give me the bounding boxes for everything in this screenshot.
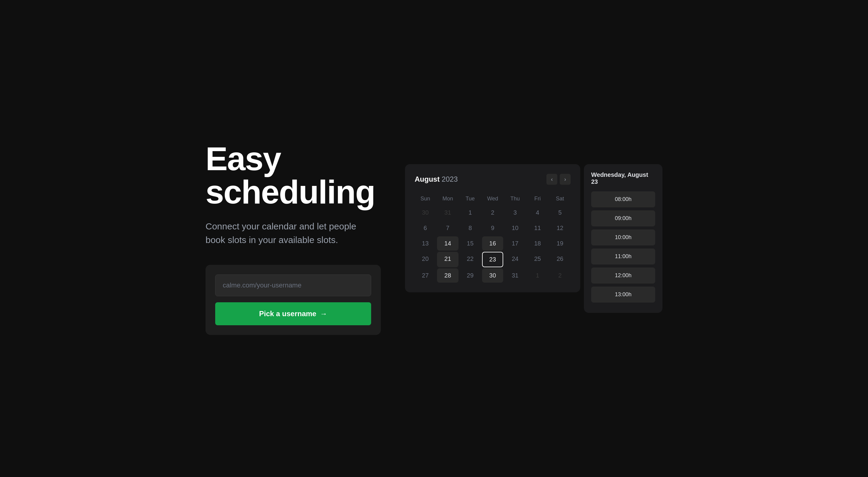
day-cell-30[interactable]: 30 [482, 268, 503, 282]
day-cell: 15 [460, 236, 481, 250]
day-cell-23-selected[interactable]: 23 [482, 252, 503, 267]
time-slot-1[interactable]: 09:00h [591, 210, 655, 227]
day-header-sun: Sun [415, 193, 436, 204]
prev-month-button[interactable]: ‹ [547, 174, 557, 185]
left-section: Easy scheduling Connect your calendar an… [206, 142, 381, 335]
subtitle: Connect your calendar and let people boo… [206, 219, 363, 247]
headline-line1: Easy [206, 140, 281, 177]
pick-username-button[interactable]: Pick a username → [215, 302, 371, 325]
day-cell: 19 [550, 236, 570, 250]
day-cell: 1 [527, 268, 548, 282]
time-panel-weekday: Wednesday, [591, 171, 626, 178]
day-cell: 20 [415, 252, 436, 267]
day-cell: 22 [460, 252, 481, 267]
day-cell: 24 [504, 252, 526, 267]
day-cell: 8 [460, 221, 481, 235]
day-cell: 10 [504, 221, 526, 235]
day-cell: 4 [527, 206, 548, 220]
calendar-grid: Sun Mon Tue Wed Thu Fri Sat 30 31 1 2 3 … [415, 193, 570, 282]
day-cell-21[interactable]: 21 [437, 252, 458, 267]
headline-line2: scheduling [206, 173, 375, 210]
day-cell: 26 [550, 252, 570, 267]
main-container: Easy scheduling Connect your calendar an… [0, 142, 868, 335]
time-panel-header: Wednesday, August 23 [591, 171, 655, 185]
day-header-tue: Tue [460, 193, 481, 204]
day-cell: 29 [460, 268, 481, 282]
time-slot-0[interactable]: 08:00h [591, 191, 655, 207]
calendar-panel: August 2023 ‹ › Sun Mon Tue Wed Thu Fri … [405, 164, 580, 292]
day-cell: 12 [550, 221, 570, 235]
day-cell: 27 [415, 268, 436, 282]
day-header-sat: Sat [550, 193, 570, 204]
headline: Easy scheduling [206, 142, 381, 209]
time-slot-2[interactable]: 10:00h [591, 230, 655, 245]
day-cell: 13 [415, 236, 436, 250]
day-cell: 17 [504, 236, 526, 250]
day-cell-16[interactable]: 16 [482, 236, 503, 250]
time-panel: Wednesday, August 23 08:00h 09:00h 10:00… [584, 164, 662, 313]
next-month-button[interactable]: › [560, 174, 570, 185]
day-cell: 1 [460, 206, 481, 220]
day-header-mon: Mon [437, 193, 458, 204]
day-header-thu: Thu [504, 193, 526, 204]
calendar-year: 2023 [441, 175, 458, 183]
url-input-wrapper [215, 274, 371, 296]
day-header-wed: Wed [482, 193, 503, 204]
nav-buttons: ‹ › [547, 174, 570, 185]
day-cell: 5 [550, 206, 570, 220]
time-slot-4[interactable]: 12:00h [591, 268, 655, 284]
day-cell: 25 [527, 252, 548, 267]
day-cell: 9 [482, 221, 503, 235]
day-cell: 7 [437, 221, 458, 235]
username-input[interactable] [215, 274, 371, 296]
right-section: August 2023 ‹ › Sun Mon Tue Wed Thu Fri … [405, 164, 662, 313]
day-cell: 31 [504, 268, 526, 282]
day-header-fri: Fri [527, 193, 548, 204]
day-cell: 30 [415, 206, 436, 220]
pick-username-label: Pick a username [259, 309, 316, 318]
day-cell: 2 [550, 268, 570, 282]
day-cell: 11 [527, 221, 548, 235]
day-cell: 6 [415, 221, 436, 235]
calendar-month: August [415, 175, 440, 183]
day-cell: 3 [504, 206, 526, 220]
day-cell-14[interactable]: 14 [437, 236, 458, 250]
day-cell: 31 [437, 206, 458, 220]
time-slot-5[interactable]: 13:00h [591, 287, 655, 303]
calendar-header: August 2023 ‹ › [415, 174, 570, 185]
day-cell-28[interactable]: 28 [437, 268, 458, 282]
time-slot-3[interactable]: 11:00h [591, 248, 655, 265]
day-cell: 2 [482, 206, 503, 220]
day-cell: 18 [527, 236, 548, 250]
cta-box: Pick a username → [206, 265, 381, 335]
arrow-icon: → [320, 309, 327, 318]
month-year: August 2023 [415, 175, 458, 183]
